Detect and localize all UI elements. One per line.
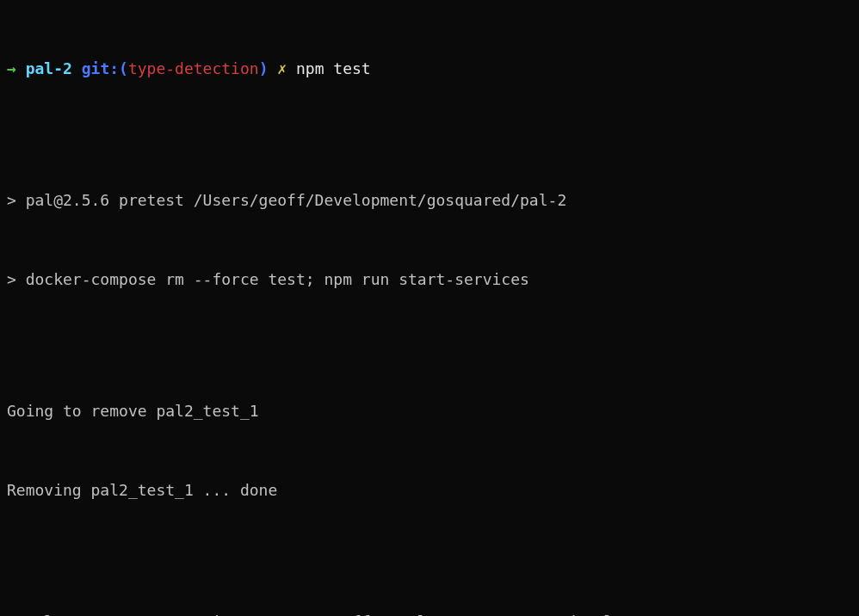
terminal-output[interactable]: → pal-2 git:(type-detection) ✗ npm test … (7, 3, 852, 616)
output-line: Removing pal2_test_1 ... done (7, 477, 852, 504)
output-line: > pal@2.5.6 pretest /Users/geoff/Develop… (7, 188, 852, 214)
prompt-cwd: pal-2 (26, 59, 72, 77)
command-input: npm test (296, 59, 371, 77)
output-line: > docker-compose rm --force test; npm ru… (7, 267, 852, 293)
prompt-arrow-icon: → (7, 59, 16, 77)
prompt-dirty-icon: ✗ (277, 59, 287, 77)
prompt-branch: type-detection (128, 59, 259, 77)
output-line: Going to remove pal2_test_1 (7, 398, 852, 425)
prompt-git-close: ) (259, 59, 269, 77)
prompt-line: → pal-2 git:(type-detection) ✗ npm test (7, 56, 852, 83)
prompt-git-label: git:( (82, 59, 128, 77)
output-line: > pal@2.5.6 start-services /Users/geoff/… (7, 609, 852, 616)
